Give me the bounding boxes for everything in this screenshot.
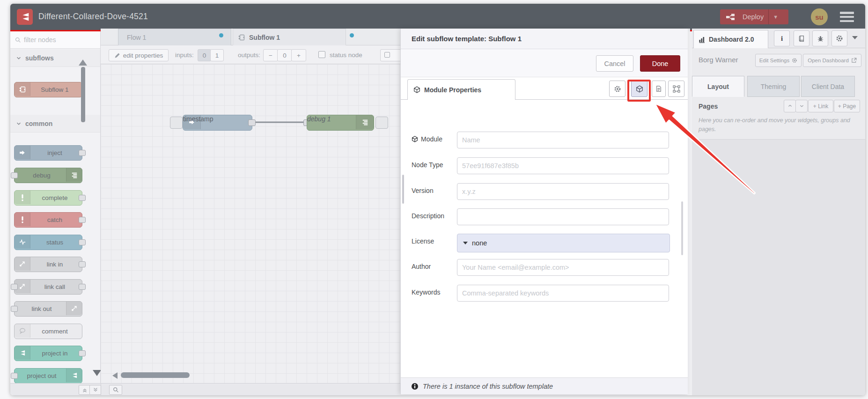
deploy-caret-icon[interactable]: ▼ [773, 14, 778, 20]
appearance-button[interactable] [668, 81, 684, 97]
bar-chart-icon [699, 36, 706, 43]
unsaved-dot [219, 33, 223, 37]
plus-label: + [297, 52, 301, 59]
palette-node-complete[interactable]: complete [14, 190, 82, 206]
pages-move-up-button[interactable] [784, 100, 796, 112]
deploy-button[interactable]: Deploy ▼ [720, 9, 788, 24]
palette-section-common[interactable]: common [10, 115, 100, 133]
menu-icon[interactable] [840, 12, 854, 22]
palette-scroll-down-icon[interactable] [93, 370, 101, 376]
author-field-label: Author [412, 263, 463, 270]
node-input-port[interactable] [11, 172, 18, 178]
add-page-button[interactable]: + Page [834, 100, 860, 112]
palette-node-link-out[interactable]: link out [14, 301, 82, 317]
user-avatar[interactable]: su [811, 8, 828, 25]
unsaved-dot [350, 33, 354, 37]
version-field-label: Version [412, 187, 463, 194]
palette-node-link-call[interactable]: link call [14, 279, 82, 295]
outputs-plus-button[interactable]: + [291, 49, 306, 61]
edit-settings-button[interactable]: Edit Settings [755, 54, 802, 67]
version-input[interactable] [457, 183, 669, 200]
node-output-port[interactable] [79, 217, 86, 223]
node-output-port[interactable] [248, 119, 256, 126]
palette-expand-all-button[interactable] [89, 385, 101, 395]
node-settings-button[interactable] [609, 81, 625, 97]
module-properties-form: Module Node Type Version Description Lic… [401, 100, 688, 377]
form-scrollbar-thumb[interactable] [681, 201, 683, 255]
zoom-search-button[interactable] [109, 385, 122, 395]
palette-node-project-out[interactable]: project out [14, 368, 82, 384]
config-tab-button[interactable] [831, 30, 847, 46]
help-tab-button[interactable] [794, 30, 809, 46]
done-button[interactable]: Done [640, 55, 680, 72]
tab-label: Flow 1 [127, 34, 146, 41]
outputs-minus-button[interactable]: − [263, 49, 278, 61]
sidebar-separator[interactable] [687, 31, 692, 395]
palette-scrollbar-thumb[interactable] [81, 67, 85, 122]
canvas-node-debug-1[interactable]: debug 1 [307, 115, 374, 131]
outputs-count[interactable]: 0 [277, 49, 292, 61]
node-output-port[interactable] [79, 284, 86, 290]
palette-node-label: link out [18, 305, 65, 312]
tab-client-data[interactable]: Client Data [801, 76, 855, 97]
description-button[interactable] [652, 81, 666, 97]
palette-node-label: debug [18, 172, 65, 179]
inputs-0-button[interactable]: 0 [198, 49, 211, 61]
tab-layout[interactable]: Layout [692, 76, 744, 97]
palette-node-subflow-1[interactable]: Subflow 1 [14, 82, 82, 97]
tab-module-properties[interactable]: Module Properties [407, 79, 515, 100]
inject-trigger-button[interactable] [170, 117, 183, 129]
canvas-node-timestamp[interactable]: timestamp [183, 115, 252, 131]
palette-node-debug[interactable]: debug [14, 168, 82, 183]
tab-dashboard-2[interactable]: Dashboard 2.0 [693, 30, 768, 48]
tray-resize-grip[interactable] [402, 175, 404, 204]
debug-toggle-button[interactable] [375, 117, 388, 129]
node-output-port[interactable] [79, 261, 86, 267]
field-label-text: Author [412, 263, 431, 270]
palette-node-comment[interactable]: comment [14, 324, 82, 339]
palette-node-project-in[interactable]: project in [14, 346, 82, 361]
palette-scroll-up-icon[interactable] [79, 59, 87, 66]
module-field-label: Module [412, 135, 463, 143]
palette-node-catch[interactable]: catch [14, 212, 82, 228]
tray-button-row: Cancel Done [401, 49, 688, 77]
inputs-1-button[interactable]: 1 [210, 49, 224, 61]
module-input[interactable] [457, 132, 669, 148]
node-palette: filter nodes subflows Subflow 1 [10, 31, 101, 395]
sidebar-more-caret-icon[interactable] [852, 36, 858, 39]
node-output-port[interactable] [79, 239, 86, 245]
palette-node-link-in[interactable]: link in [14, 257, 82, 272]
annotation-highlight-box [627, 80, 651, 102]
palette-node-inject[interactable]: inject [14, 145, 82, 161]
tab-subflow-1[interactable]: Subflow 1 [233, 29, 346, 46]
description-input[interactable] [457, 208, 669, 225]
open-dashboard-button[interactable]: Open Dashboard [803, 54, 861, 67]
add-link-button[interactable]: + Link [808, 100, 833, 112]
pages-move-down-button[interactable] [795, 100, 808, 112]
tab-theming[interactable]: Theming [747, 76, 800, 97]
inject-arrow-icon [183, 115, 201, 129]
status-node-checkbox[interactable] [318, 51, 325, 58]
canvas-hscrollbar-thumb[interactable] [121, 372, 190, 378]
palette-collapse-all-button[interactable] [79, 385, 90, 395]
node-input-port[interactable] [11, 373, 18, 379]
canvas-scroll-left-icon[interactable] [112, 372, 118, 379]
cancel-button[interactable]: Cancel [596, 55, 633, 72]
link-icon [15, 257, 30, 271]
edit-properties-button[interactable]: edit properties [109, 49, 169, 61]
node-output-port[interactable] [79, 195, 86, 201]
debug-tab-button[interactable] [812, 30, 828, 46]
palette-node-status[interactable]: status [14, 235, 82, 250]
author-input[interactable] [457, 259, 669, 276]
node-input-port[interactable] [11, 284, 18, 290]
license-select[interactable]: none [457, 234, 670, 252]
palette-search[interactable]: filter nodes [10, 31, 100, 49]
node-output-port[interactable] [79, 350, 86, 356]
info-tab-button[interactable]: i [774, 30, 790, 46]
keywords-input[interactable] [457, 285, 669, 302]
pages-section-title: Pages [699, 103, 718, 110]
node-output-port[interactable] [79, 150, 86, 156]
node-input-port[interactable] [11, 306, 18, 312]
node-type-input[interactable] [457, 157, 669, 174]
tab-flow-1[interactable]: Flow 1 [118, 29, 231, 46]
